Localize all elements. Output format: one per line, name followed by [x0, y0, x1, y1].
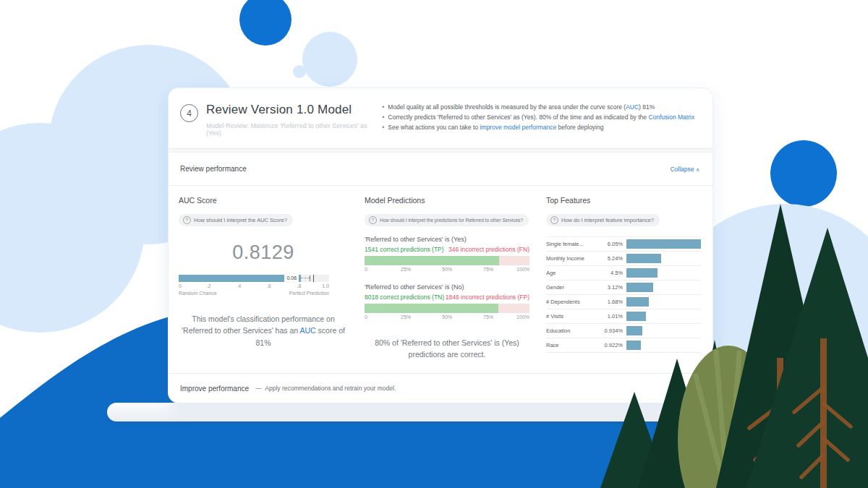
predictions-axis: 0 25% 50% 75% 100%: [365, 314, 529, 322]
feature-bar: [626, 326, 642, 335]
auc-help-button[interactable]: ? How should I interpret the AUC Score?: [179, 214, 293, 226]
confusion-matrix-link[interactable]: Confusion Matrix: [648, 114, 694, 121]
axis-tick: 75%: [483, 314, 493, 320]
top-features-panel: Top Features ? How do I interpret featur…: [546, 194, 701, 373]
help-icon: ?: [183, 216, 191, 224]
auc-axis-captions: Random Chance Perfect Prediction: [179, 291, 329, 296]
axis-tick: 25%: [401, 267, 411, 272]
feature-label: Education: [546, 328, 600, 334]
random-chance-label: Random Chance: [179, 291, 217, 296]
feature-bar: [626, 239, 701, 249]
light-blue-circle-top: [302, 32, 357, 87]
feature-label: # Visits: [546, 313, 600, 320]
predictions-panel-title: Model Predictions: [365, 196, 529, 205]
model-predictions-panel: Model Predictions ? How should I interpr…: [365, 194, 529, 373]
auc-score-bar: 0.06: [179, 275, 329, 282]
feature-row: Monthly Income 5.24%: [546, 252, 701, 266]
feature-row: Race 0.922%: [546, 338, 701, 353]
features-help-button[interactable]: ? How do I interpret feature importance?: [546, 214, 660, 226]
chevron-up-icon: ∧: [696, 386, 699, 391]
auc-link[interactable]: AUC: [299, 326, 315, 335]
feature-bar: [626, 283, 653, 292]
feature-importance-list: Single female... 6.05% Monthly Income 5.…: [546, 236, 701, 353]
collapse-improve-button[interactable]: Collapse ∧: [670, 385, 699, 392]
collapse-review-button[interactable]: Collapse ∧: [670, 166, 699, 173]
auc-panel-title: AUC Score: [179, 196, 348, 205]
axis-tick: .4: [237, 283, 241, 288]
auc-axis: 0 .2 .4 .6 .8 1.0: [179, 283, 329, 291]
light-blue-dot-top: [293, 65, 306, 78]
feature-label: # Dependents: [546, 299, 600, 305]
confidence-interval-tick: [310, 275, 310, 281]
page-subtitle: Model Review: Maximize 'Referred to othe…: [206, 122, 382, 137]
axis-tick: .6: [267, 283, 271, 288]
review-performance-label: Review performance: [180, 165, 247, 173]
bullet-icon: •: [382, 113, 384, 123]
improve-performance-description: Apply recommendations and retrain your m…: [265, 385, 396, 392]
title-block: Review Version 1.0 Model Model Review: M…: [206, 103, 382, 137]
axis-tick: 50%: [442, 267, 452, 272]
predictions-no-group: 'Referred to other Services' is (No) 801…: [365, 283, 529, 322]
axis-tick: .8: [297, 283, 301, 288]
step-number: 4: [187, 108, 192, 119]
collapse-label: Collapse: [670, 385, 694, 392]
predictions-help-button[interactable]: ? How should I interpret the predictions…: [365, 214, 529, 226]
axis-tick: 1.0: [322, 283, 329, 288]
feature-bar: [626, 341, 641, 350]
feature-label: Age: [546, 270, 600, 276]
feature-value: 5.24%: [600, 255, 626, 262]
review-performance-header: Review performance Collapse ∧: [169, 153, 712, 186]
feature-bar: [626, 297, 649, 307]
review-performance-panels: AUC Score ? How should I interpret the A…: [169, 186, 712, 373]
bullet-text: ) 81%: [639, 103, 655, 111]
auc-link[interactable]: AUC: [626, 103, 639, 111]
predictions-summary-note: 80% of 'Referred to other Services' is (…: [365, 337, 529, 361]
predictions-axis: 0 25% 50% 75% 100%: [365, 267, 529, 274]
axis-tick: 0: [365, 314, 367, 320]
feature-bar: [626, 312, 646, 321]
features-panel-title: Top Features: [546, 196, 701, 205]
summary-bullets: • Model quality at all possible threshol…: [382, 103, 699, 132]
chevron-up-icon: ∧: [696, 167, 699, 172]
help-icon: ?: [550, 216, 558, 224]
confidence-interval-label: 0.06: [284, 275, 299, 282]
axis-tick: 100%: [516, 314, 529, 320]
axis-tick: 100%: [516, 267, 529, 272]
laptop-screen: 4 Review Version 1.0 Model Model Review:…: [169, 88, 712, 403]
axis-tick: 25%: [401, 314, 411, 320]
feature-value: 0.934%: [600, 328, 626, 334]
predictions-help-label: How should I interpret the predictions f…: [380, 218, 523, 223]
group-label: 'Referred to other Services' is (Yes): [365, 236, 529, 243]
bullet-text: before deploying: [556, 124, 603, 131]
feature-value: 6.05%: [600, 241, 626, 247]
improve-performance-label: Improve performance: [180, 385, 249, 393]
dashboard-header: 4 Review Version 1.0 Model Model Review:…: [169, 88, 712, 148]
feature-value: 0.922%: [600, 342, 626, 348]
page-title: Review Version 1.0 Model: [206, 103, 382, 117]
improve-performance-link[interactable]: improve model performance: [480, 124, 556, 131]
auc-help-label: How should I interpret the AUC Score?: [194, 217, 287, 223]
summary-bullet: • Model quality at all possible threshol…: [382, 103, 699, 113]
illustration-stage: 4 Review Version 1.0 Model Model Review:…: [0, 0, 868, 488]
improve-performance-header: Improve performance — Apply recommendati…: [169, 373, 712, 403]
predictions-bar: [365, 304, 529, 313]
correct-segment: [365, 256, 499, 265]
feature-row: Gender 3.12%: [546, 281, 701, 295]
perfect-prediction-label: Perfect Prediction: [289, 291, 329, 296]
confidence-interval-range: [301, 278, 309, 278]
bullet-text: Correctly predicts 'Referred to other Se…: [388, 114, 648, 121]
laptop-base: [107, 403, 758, 421]
incorrect-predictions-count: 1846 incorrect predictions (FP): [446, 294, 529, 301]
axis-tick: 0: [365, 267, 367, 272]
auc-score-bar-fill: 0.06: [179, 275, 301, 282]
feature-row: # Dependents 1.68%: [546, 295, 701, 309]
help-icon: ?: [369, 216, 377, 224]
feature-label: Gender: [546, 284, 600, 291]
collapse-label: Collapse: [670, 166, 694, 173]
feature-row: Single female... 6.05%: [546, 237, 701, 252]
feature-bar: [626, 254, 661, 263]
bullet-text: See what actions you can take to: [388, 124, 480, 131]
axis-tick: 0: [179, 283, 182, 288]
blue-circle-right: [770, 140, 837, 207]
feature-row: Education 0.934%: [546, 324, 701, 338]
